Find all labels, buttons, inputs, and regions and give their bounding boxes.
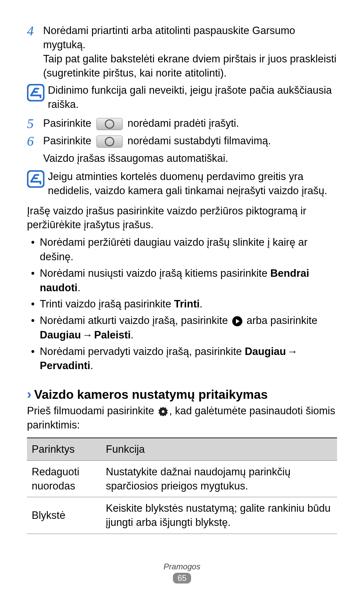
section-title: Vaizdo kameros nustatymų pritaikymas bbox=[34, 388, 268, 402]
bullet-5: Norėdami pervadyti vaizdo įrašą, pasirin… bbox=[27, 345, 337, 374]
chevron-icon: › bbox=[27, 387, 31, 402]
bullet-4-bold2: Paleisti bbox=[94, 329, 131, 341]
note-2-text: Jeigu atminties kortelės duomenų perdavi… bbox=[48, 170, 337, 198]
table-cell-function: Keiskite blykstės nustatymą; galite rank… bbox=[101, 497, 337, 534]
step-5-pre: Pasirinkite bbox=[43, 117, 91, 129]
dot: . bbox=[90, 360, 93, 371]
arrow-icon: → bbox=[82, 328, 93, 342]
stop-button-icon bbox=[96, 136, 123, 148]
bullet-5-bold1: Daugiau bbox=[245, 346, 286, 357]
bullet-4-bold1: Daugiau bbox=[40, 329, 81, 341]
intro-paragraph: Įrašę vaizdo įrašus pasirinkite vaizdo p… bbox=[27, 204, 337, 232]
step-5-post: norėdami pradėti įrašyti. bbox=[127, 117, 239, 129]
step-number-5: 5 bbox=[27, 116, 43, 131]
note-1-text: Didinimo funkcija gali neveikti, jeigu į… bbox=[48, 83, 337, 112]
step-6-pre: Pasirinkite bbox=[43, 135, 91, 147]
table-row: Blykstė Keiskite blykstės nustatymą; gal… bbox=[27, 497, 337, 534]
bullet-3-pre: Trinti vaizdo įrašą pasirinkite bbox=[40, 298, 174, 310]
footer-category: Pramogos bbox=[0, 562, 364, 571]
step-6-post: norėdami sustabdyti filmavimą. bbox=[127, 135, 271, 147]
step-5-text: Pasirinkite norėdami pradėti įrašyti. bbox=[43, 116, 337, 130]
arrow-icon: → bbox=[287, 345, 298, 359]
step-number-4: 4 bbox=[27, 24, 43, 38]
bullet-3-bold: Trinti bbox=[174, 298, 200, 310]
dot: . bbox=[200, 298, 203, 310]
step-4-line2: Taip pat galite bakstelėti ekrane dviem … bbox=[43, 53, 336, 79]
gear-icon bbox=[158, 407, 168, 416]
section-intro-pre: Prieš filmuodami pasirinkite bbox=[27, 405, 157, 417]
bullet-4-pre: Norėdami atkurti vaizdo įrašą, pasirinki… bbox=[40, 315, 231, 326]
section-intro: Prieš filmuodami pasirinkite , kad galėt… bbox=[27, 404, 337, 432]
table-header-options: Parinktys bbox=[27, 438, 101, 460]
table-cell-function: Nustatykite dažnai naudojamų parinkčių s… bbox=[101, 460, 337, 497]
bullet-4-mid: arba pasirinkite bbox=[244, 315, 317, 326]
dot: . bbox=[78, 282, 81, 294]
bullet-4: Norėdami atkurti vaizdo įrašą, pasirinki… bbox=[27, 314, 337, 342]
bullet-2-pre: Norėdami nusiųsti vaizdo įrašą kitiems p… bbox=[40, 267, 270, 279]
page-number-badge: 65 bbox=[173, 573, 191, 584]
step-6-sub: Vaizdo įrašas išsaugomas automatiškai. bbox=[43, 151, 337, 166]
note-icon bbox=[27, 170, 44, 188]
section-header: › Vaizdo kameros nustatymų pritaikymas bbox=[27, 387, 337, 402]
play-icon bbox=[232, 316, 242, 326]
bullet-3: Trinti vaizdo įrašą pasirinkite Trinti. bbox=[27, 297, 337, 311]
bullet-5-bold2: Pervadinti bbox=[40, 360, 90, 371]
step-number-6: 6 bbox=[27, 134, 43, 149]
step-4-text: Norėdami priartinti arba atitolinti pasp… bbox=[43, 24, 337, 80]
table-row: Redaguoti nuorodas Nustatykite dažnai na… bbox=[27, 460, 337, 497]
options-table: Parinktys Funkcija Redaguoti nuorodas Nu… bbox=[27, 438, 337, 534]
step-4: 4 Norėdami priartinti arba atitolinti pa… bbox=[27, 24, 337, 80]
step-4-line1: Norėdami priartinti arba atitolinti pasp… bbox=[43, 25, 295, 51]
table-header-row: Parinktys Funkcija bbox=[27, 438, 337, 460]
table-cell-option: Redaguoti nuorodas bbox=[27, 460, 101, 497]
bullet-list: Norėdami peržiūrėti daugiau vaizdo įrašų… bbox=[27, 235, 337, 373]
table-header-function: Funkcija bbox=[101, 438, 337, 460]
note-2: Jeigu atminties kortelės duomenų perdavi… bbox=[27, 170, 337, 198]
step-5: 5 Pasirinkite norėdami pradėti įrašyti. bbox=[27, 116, 337, 131]
step-6-text: Pasirinkite norėdami sustabdyti filmavim… bbox=[43, 134, 337, 148]
page-content: 4 Norėdami priartinti arba atitolinti pa… bbox=[27, 24, 337, 534]
bullet-1: Norėdami peržiūrėti daugiau vaizdo įrašų… bbox=[27, 235, 337, 264]
bullet-2: Norėdami nusiųsti vaizdo įrašą kitiems p… bbox=[27, 266, 337, 295]
dot: . bbox=[131, 329, 134, 341]
step-6: 6 Pasirinkite norėdami sustabdyti filmav… bbox=[27, 134, 337, 149]
record-button-icon bbox=[96, 118, 123, 130]
table-cell-option: Blykstė bbox=[27, 497, 101, 534]
note-icon bbox=[27, 84, 44, 101]
page-footer: Pramogos 65 bbox=[0, 562, 364, 584]
note-1: Didinimo funkcija gali neveikti, jeigu į… bbox=[27, 83, 337, 112]
bullet-5-pre: Norėdami pervadyti vaizdo įrašą, pasirin… bbox=[40, 346, 245, 357]
bullet-1-text: Norėdami peržiūrėti daugiau vaizdo įrašų… bbox=[40, 236, 307, 263]
